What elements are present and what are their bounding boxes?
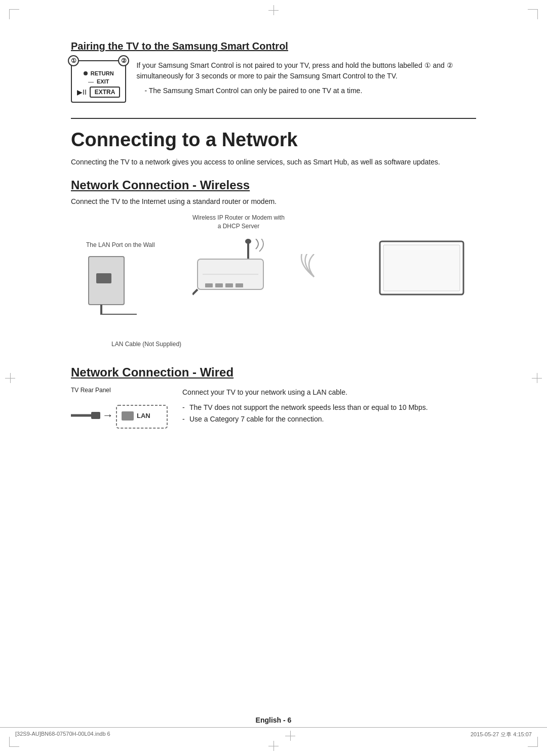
footer-file-info: [32S9-AU]BN68-07570H-00L04.indb 6 [15,731,110,741]
svg-rect-1 [96,273,111,283]
exit-label: EXIT [97,78,109,85]
router-svg [192,239,268,305]
crosshair-right [532,373,542,383]
wired-port-svg: → LAN [71,398,172,433]
footer: English - 6 [32S9-AU]BN68-07570H-00L04.i… [0,716,547,741]
router-label: Wireless IP Router or Modem witha DHCP S… [192,214,285,231]
remote-row-exit: — EXIT [88,78,109,85]
pairing-section: Pairing the TV to the Samsung Smart Cont… [71,40,476,103]
wired-bullet-1: The TV does not support the network spee… [182,402,476,413]
return-label: RETURN [91,70,114,76]
svg-rect-16 [91,412,100,419]
wall-label: The LAN Port on the Wall [86,241,155,248]
svg-line-12 [192,289,198,295]
dot-icon [84,71,88,75]
svg-rect-19 [122,411,134,421]
crosshair-left [5,373,15,383]
wireless-section: Network Connection - Wireless Connect th… [71,178,476,355]
remote-box: ① ② RETURN — EXIT ▶ [71,60,126,103]
footer-english: English - 6 [256,716,292,724]
wired-diagram: TV Rear Panel → LAN [71,387,476,433]
svg-rect-10 [236,283,243,287]
remote-row-return: RETURN [84,70,114,76]
circle-2: ② [118,55,129,66]
wired-left: TV Rear Panel → LAN [71,387,172,433]
section-divider [71,118,476,119]
page: Pairing the TV to the Samsung Smart Cont… [0,0,547,756]
wired-text: Connect your TV to your network using a … [182,387,476,425]
pairing-description: If your Samsung Smart Control is not pai… [136,61,453,80]
wall-port-svg [86,254,137,315]
corner-mark-tr [528,9,538,19]
pairing-title: Pairing the TV to the Samsung Smart Cont… [71,40,476,52]
footer-crosshair [285,731,295,741]
main-title: Connecting to a Network [71,129,476,151]
wired-intro: Connect your TV to your network using a … [182,387,476,398]
remote-inner: RETURN — EXIT ▶II EXTRA [77,70,120,98]
svg-rect-14 [383,245,460,291]
play-pause-icon: ▶II [77,88,87,96]
wireless-intro: Connect the TV to the Internet using a s… [71,197,476,205]
wired-section: Network Connection - Wired TV Rear Panel… [71,365,476,433]
wireless-diagram: Wireless IP Router or Modem witha DHCP S… [71,214,476,355]
svg-rect-7 [205,283,213,287]
svg-rect-9 [225,283,233,287]
pairing-bullet: - The Samsung Smart Control can only be … [136,86,476,96]
svg-point-5 [245,239,251,244]
pairing-body: ① ② RETURN — EXIT ▶ [71,60,476,103]
circle-1: ① [68,55,79,66]
footer-date: 2015-05-27 오후 4:15:07 [471,731,532,741]
tv-rear-label: TV Rear Panel [71,387,111,394]
router-label-text: Wireless IP Router or Modem witha DHCP S… [192,214,285,230]
svg-text:→: → [102,409,113,422]
wired-bullet-2: Use a Category 7 cable for the connectio… [182,413,476,425]
remote-row-play: ▶II EXTRA [77,87,120,98]
tv-svg [377,239,466,300]
footer-bottom: [32S9-AU]BN68-07570H-00L04.indb 6 2015-0… [0,727,547,741]
signal-svg [284,254,324,300]
wireless-title: Network Connection - Wireless [71,178,476,192]
crosshair-bottom [268,741,279,751]
corner-mark-tl [9,9,19,19]
wired-title: Network Connection - Wired [71,365,476,380]
svg-rect-8 [215,283,223,287]
remote-diagram: ① ② RETURN — EXIT ▶ [71,60,126,103]
extra-btn: EXTRA [90,87,121,98]
main-intro: Connecting the TV to a network gives you… [71,158,476,166]
svg-text:LAN: LAN [137,412,150,419]
content-area: Pairing the TV to the Samsung Smart Cont… [30,25,517,448]
lan-cable-label: LAN Cable (Not Supplied) [111,341,181,348]
crosshair-top [268,5,279,15]
pairing-text: If your Samsung Smart Control is not pai… [136,60,476,96]
